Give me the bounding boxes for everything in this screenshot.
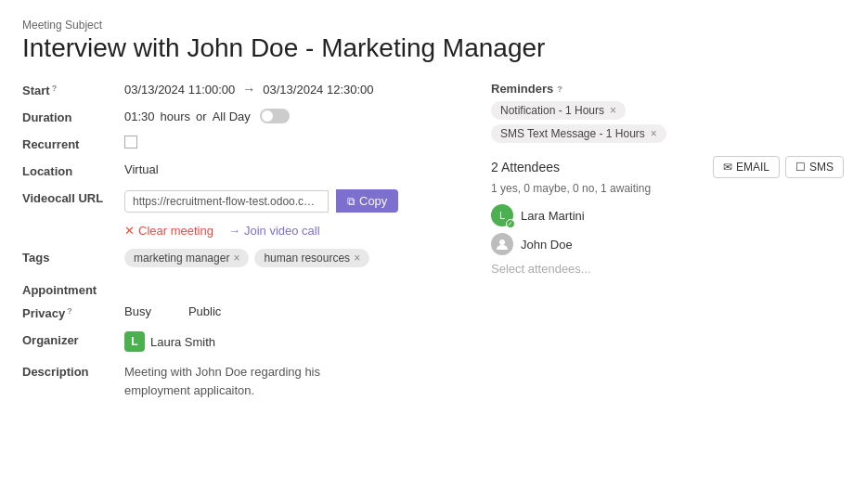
left-column: Start? 03/13/2024 11:00:00 → 03/13/2024 … — [22, 82, 454, 410]
tag-human-resources: human resources × — [254, 249, 369, 267]
attendee-name-0[interactable]: Lara Martini — [521, 209, 585, 223]
start-field: Start? 03/13/2024 11:00:00 → 03/13/2024 … — [22, 82, 454, 97]
person-icon — [496, 238, 509, 251]
videocall-field: Videocall URL https://recruitment-flow-t… — [22, 189, 454, 213]
attendee-avatar-1 — [491, 233, 513, 255]
description-line2: employment applicaiton. — [124, 381, 454, 400]
reminders-label: Reminders? — [491, 82, 844, 96]
reminder-tag-0: Notification - 1 Hours × — [491, 101, 626, 120]
recurrent-checkbox[interactable] — [124, 136, 137, 149]
privacy-public[interactable]: Public — [188, 304, 221, 318]
duration-number[interactable]: 01:30 — [124, 110, 155, 123]
attendees-status: 1 yes, 0 maybe, 0 no, 1 awaiting — [491, 182, 844, 195]
select-attendees[interactable]: Select attendees... — [491, 262, 844, 276]
tags-value: marketing manager × human resources × — [124, 249, 454, 267]
description-label: Description — [22, 363, 124, 379]
tag-text: marketing manager — [134, 252, 229, 265]
right-column: Reminders? Notification - 1 Hours × SMS … — [491, 82, 844, 410]
start-date[interactable]: 03/13/2024 11:00:00 — [124, 83, 235, 97]
copy-label: Copy — [359, 194, 387, 208]
reminders-section: Reminders? Notification - 1 Hours × SMS … — [491, 82, 844, 143]
description-field: Description Meeting with John Doe regard… — [22, 363, 454, 399]
recurrent-value — [124, 136, 454, 151]
join-video-label: Join video call — [244, 224, 320, 238]
hours-label: hours — [161, 110, 191, 123]
start-value: 03/13/2024 11:00:00 → 03/13/2024 12:30:0… — [124, 82, 454, 97]
svg-point-0 — [499, 239, 505, 245]
copy-icon: ⧉ — [347, 195, 355, 208]
organizer-name: Laura Smith — [150, 335, 215, 349]
attendees-actions: ✉ EMAIL ☐ SMS — [713, 156, 844, 178]
attendees-header: 2 Attendees ✉ EMAIL ☐ SMS — [491, 156, 844, 178]
description-line1: Meeting with John Doe regarding his — [124, 363, 454, 381]
arrow-icon: → — [242, 82, 255, 97]
privacy-value: Busy Public — [124, 304, 454, 318]
allday-label: All Day — [213, 110, 251, 123]
meeting-title: Interview with John Doe - Marketing Mana… — [22, 33, 844, 63]
recurrent-field: Recurrent — [22, 136, 454, 151]
videocall-url-input[interactable]: https://recruitment-flow-test.odoo.com/c… — [124, 190, 329, 213]
attendees-count: 2 Attendees — [491, 160, 560, 174]
sms-icon: ☐ — [795, 161, 806, 174]
reminder-tag-1: SMS Text Message - 1 Hours × — [491, 124, 666, 143]
organizer-avatar: L — [124, 331, 145, 352]
clear-meeting-button[interactable]: ✕ Clear meeting — [124, 224, 213, 238]
location-value[interactable]: Virtual — [124, 162, 454, 176]
location-label: Location — [22, 162, 124, 178]
videocall-input-row: https://recruitment-flow-test.odoo.com/c… — [124, 189, 454, 213]
sms-button[interactable]: ☐ SMS — [785, 156, 844, 178]
appointment-section: Appointment — [22, 282, 454, 297]
attendee-name-1[interactable]: John Doe — [521, 238, 573, 252]
tag-remove-marketing[interactable]: × — [233, 252, 239, 265]
copy-button[interactable]: ⧉ Copy — [336, 189, 398, 213]
clear-x-icon: ✕ — [124, 224, 135, 238]
appointment-label: Appointment — [22, 283, 97, 297]
duration-value: 01:30 hours or All Day — [124, 109, 454, 123]
meeting-subject-label: Meeting Subject — [22, 19, 844, 32]
allday-toggle[interactable] — [260, 109, 290, 123]
description-text: Meeting with John Doe regarding his empl… — [124, 363, 454, 399]
tag-marketing-manager: marketing manager × — [124, 249, 249, 267]
join-video-button[interactable]: → Join video call — [228, 224, 320, 238]
duration-label: Duration — [22, 109, 124, 124]
organizer-value: L Laura Smith — [124, 331, 454, 352]
organizer-label: Organizer — [22, 331, 124, 347]
attendee-item-1: John Doe — [491, 233, 844, 255]
location-field: Location Virtual — [22, 162, 454, 178]
tag-remove-hr[interactable]: × — [354, 252, 360, 265]
meeting-actions: ✕ Clear meeting → Join video call — [124, 224, 454, 238]
reminder-text-0: Notification - 1 Hours — [500, 104, 604, 117]
reminder-remove-0[interactable]: × — [610, 104, 616, 117]
reminder-remove-1[interactable]: × — [651, 127, 657, 140]
email-button[interactable]: ✉ EMAIL — [713, 156, 780, 178]
start-label: Start? — [22, 82, 124, 97]
sms-label: SMS — [809, 161, 834, 174]
reminder-text-1: SMS Text Message - 1 Hours — [500, 127, 645, 140]
email-icon: ✉ — [723, 161, 732, 174]
privacy-label: Privacy? — [22, 304, 124, 320]
or-label: or — [196, 110, 207, 123]
duration-field: Duration 01:30 hours or All Day — [22, 109, 454, 124]
organizer-field: Organizer L Laura Smith — [22, 331, 454, 352]
attendee-avatar-0: L ✓ — [491, 204, 513, 226]
privacy-busy[interactable]: Busy — [124, 304, 151, 318]
attendees-section: 2 Attendees ✉ EMAIL ☐ SMS 1 yes, 0 maybe… — [491, 156, 844, 276]
description-value: Meeting with John Doe regarding his empl… — [124, 363, 454, 399]
end-date[interactable]: 03/13/2024 12:30:00 — [263, 83, 373, 97]
attendee-check-icon: ✓ — [506, 219, 515, 228]
attendee-item-0: L ✓ Lara Martini — [491, 204, 844, 226]
tag-text: human resources — [264, 252, 350, 265]
join-arrow-icon: → — [228, 224, 240, 238]
clear-meeting-label: Clear meeting — [138, 224, 213, 238]
tags-field: Tags marketing manager × human resources… — [22, 249, 454, 267]
videocall-value: https://recruitment-flow-test.odoo.com/c… — [124, 189, 454, 213]
recurrent-label: Recurrent — [22, 136, 124, 151]
tags-label: Tags — [22, 249, 124, 265]
email-label: EMAIL — [736, 161, 769, 174]
privacy-field: Privacy? Busy Public — [22, 304, 454, 320]
videocall-label: Videocall URL — [22, 189, 124, 205]
reminder-tags: Notification - 1 Hours × SMS Text Messag… — [491, 101, 844, 143]
